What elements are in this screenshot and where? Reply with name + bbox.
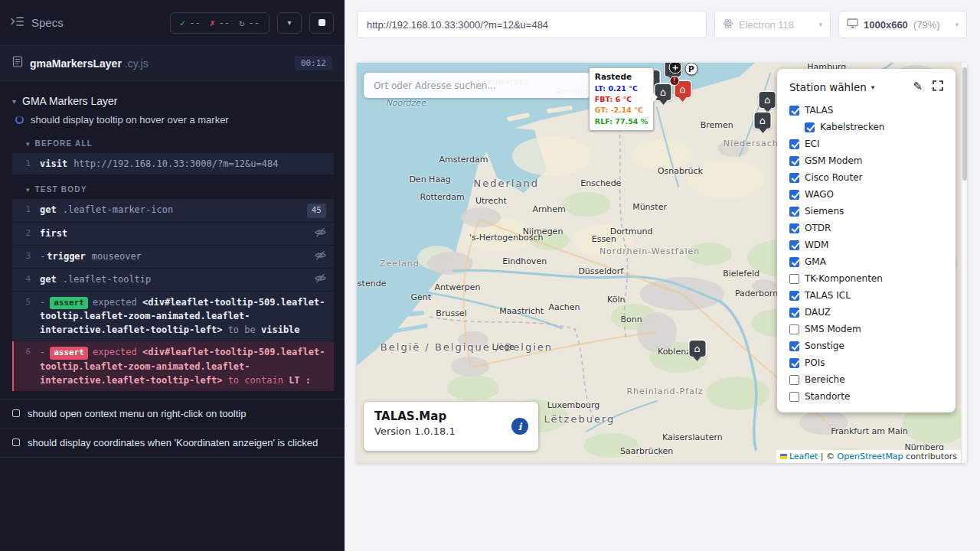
spec-header[interactable]: gmaMarkersLayer .cy.js 00:12 bbox=[0, 46, 345, 81]
command-row-assert[interactable]: 6-assertexpected <div#leaflet-tooltip-50… bbox=[12, 341, 334, 391]
command-row-get[interactable]: 1get.leaflet-marker-icon45 bbox=[12, 199, 334, 222]
checkbox[interactable] bbox=[789, 240, 799, 250]
checkbox[interactable] bbox=[789, 274, 799, 284]
layer-label: TK-Komponenten bbox=[805, 273, 883, 284]
layer-toggle-talas-icl[interactable]: TALAS ICL bbox=[788, 287, 945, 304]
test-body-header[interactable]: ▾ TEST BODY bbox=[0, 179, 345, 197]
command-number: 3 bbox=[14, 249, 40, 264]
station-panel: Station wählen ▾ ✎ TALASKabelstreckenECI… bbox=[777, 69, 956, 412]
checkbox[interactable] bbox=[789, 324, 799, 334]
layer-toggle-standorte[interactable]: Standorte bbox=[788, 388, 945, 405]
checkbox[interactable] bbox=[789, 173, 799, 183]
layer-toggle-cisco-router[interactable]: Cisco Router bbox=[788, 169, 945, 186]
alarm-badge: ! bbox=[670, 77, 678, 85]
layer-label: Bereiche bbox=[805, 374, 845, 385]
layer-label: DAUZ bbox=[805, 307, 831, 318]
info-button[interactable]: i bbox=[511, 418, 528, 435]
command-row-trigger[interactable]: 3-triggermouseover bbox=[12, 246, 334, 268]
layer-toggle-wdm[interactable]: WDM bbox=[788, 236, 945, 253]
layer-toggle-otdr[interactable]: OTDR bbox=[788, 220, 945, 236]
poi-marker-icon[interactable]: P bbox=[684, 63, 697, 76]
layer-toggle-bereiche[interactable]: Bereiche bbox=[788, 371, 945, 388]
running-spinner-icon bbox=[15, 116, 24, 124]
viewport-zoom: (79%) bbox=[913, 19, 940, 31]
checkbox[interactable] bbox=[789, 291, 799, 301]
element-count-badge: 45 bbox=[307, 204, 326, 218]
viewport-select[interactable]: 1000x660 (79%) ▾ bbox=[838, 11, 967, 38]
layer-label: WAGO bbox=[805, 189, 834, 200]
layer-toggle-pois[interactable]: POIs bbox=[788, 354, 945, 371]
command-number: 2 bbox=[14, 227, 40, 241]
command-number: 6 bbox=[14, 345, 40, 387]
before-all-header[interactable]: ▾ BEFORE ALL bbox=[0, 133, 345, 152]
layer-toggle-kabelstrecken[interactable]: Kabelstrecken bbox=[803, 119, 945, 135]
collapse-button[interactable]: ▾ bbox=[277, 12, 302, 34]
checkbox[interactable] bbox=[789, 375, 799, 385]
station-marker-icon[interactable]: ⌂ bbox=[755, 112, 771, 133]
checkbox[interactable] bbox=[789, 207, 799, 217]
checkbox[interactable] bbox=[789, 139, 799, 149]
command-number: 1 bbox=[14, 157, 40, 171]
map-scrollbar bbox=[961, 63, 967, 463]
checkbox[interactable] bbox=[789, 190, 799, 200]
command-text: first bbox=[40, 227, 309, 241]
layer-toggle-gsm-modem[interactable]: GSM Modem bbox=[788, 152, 945, 169]
command-row-get[interactable]: 4get.leaflet-tooltip bbox=[12, 269, 334, 291]
test-body-label: TEST BODY bbox=[35, 185, 87, 194]
scrollbar-thumb[interactable] bbox=[962, 67, 967, 181]
pending-test[interactable]: should display coordinates when 'Koordin… bbox=[0, 429, 345, 458]
checkbox[interactable] bbox=[805, 122, 815, 132]
attribution-separator: | © bbox=[818, 451, 837, 462]
browser-label: Electron 118 bbox=[739, 19, 794, 31]
search-input[interactable] bbox=[364, 80, 591, 91]
leaflet-map[interactable]: NoordzeeHamburgBremenGroningenLeeuwarden… bbox=[357, 63, 967, 463]
command-row-first[interactable]: 2first bbox=[12, 223, 334, 245]
command-row-assert[interactable]: 5-assertexpected <div#leaflet-tooltip-50… bbox=[12, 292, 334, 341]
stat-failed: ✗-- bbox=[210, 18, 230, 28]
suite-title[interactable]: ▾ GMA Markers Layer bbox=[0, 90, 345, 112]
checkbox[interactable] bbox=[789, 308, 799, 318]
alarm-marker-icon[interactable]: ⌂! bbox=[675, 81, 691, 102]
stop-button[interactable] bbox=[309, 12, 334, 34]
pending-test[interactable]: should open context menu on right-click … bbox=[0, 399, 345, 429]
layer-toggle-siemens[interactable]: Siemens bbox=[788, 203, 945, 220]
active-test[interactable]: should display tooltip on hover over a m… bbox=[0, 112, 345, 133]
layer-toggle-sonstige[interactable]: Sonstige bbox=[788, 337, 945, 354]
specs-menu-icon[interactable] bbox=[11, 16, 24, 30]
tooltip-measurement: LT: 0.21 °C bbox=[595, 83, 648, 94]
checkbox[interactable] bbox=[789, 358, 799, 368]
layer-label: ECI bbox=[805, 139, 820, 149]
checkbox[interactable] bbox=[789, 341, 799, 351]
layer-toggle-gma[interactable]: GMA bbox=[788, 253, 945, 270]
layer-toggle-talas[interactable]: TALAS bbox=[788, 102, 945, 119]
edit-pencil-icon[interactable]: ✎ bbox=[913, 81, 923, 93]
checkbox[interactable] bbox=[789, 106, 799, 116]
layer-toggle-tk-komponenten[interactable]: TK-Komponenten bbox=[788, 270, 945, 287]
layer-toggle-wago[interactable]: WAGO bbox=[788, 186, 945, 203]
station-marker-icon[interactable]: ⌂ bbox=[689, 341, 705, 361]
checkbox[interactable] bbox=[789, 223, 799, 233]
layer-label: OTDR bbox=[805, 223, 831, 233]
checkbox[interactable] bbox=[789, 156, 799, 166]
station-select[interactable]: Station wählen bbox=[789, 81, 867, 93]
stop-icon bbox=[318, 19, 325, 26]
command-text: visithttp://192.168.10.33:3000/?m=12&u=4… bbox=[40, 157, 326, 171]
layer-label: SMS Modem bbox=[805, 324, 861, 334]
browser-select[interactable]: Electron 118 ▾ bbox=[714, 11, 831, 38]
layer-toggle-eci[interactable]: ECI bbox=[788, 135, 945, 152]
aut-toolbar: http://192.168.10.33:3000/?m=12&u=484 El… bbox=[357, 11, 967, 38]
command-row-visit[interactable]: 1visithttp://192.168.10.33:3000/?m=12&u=… bbox=[12, 153, 334, 174]
checkbox[interactable] bbox=[789, 392, 799, 402]
station-marker-icon[interactable]: ⌂ bbox=[760, 92, 776, 112]
layer-toggle-sms-modem[interactable]: SMS Modem bbox=[788, 321, 945, 337]
url-bar[interactable]: http://192.168.10.33:3000/?m=12&u=484 bbox=[357, 11, 707, 38]
layer-toggle-dauz[interactable]: DAUZ bbox=[788, 304, 945, 321]
expand-icon[interactable] bbox=[933, 80, 943, 94]
leaflet-link[interactable]: Leaflet bbox=[789, 451, 818, 462]
tooltip-measurement: RLF: 77.54 % bbox=[595, 116, 648, 127]
checkbox[interactable] bbox=[789, 257, 799, 267]
marker-tooltip[interactable]: Rastede LT: 0.21 °CFBT: 6 °CGT: -2.14 °C… bbox=[589, 67, 654, 131]
stat-pending: ↻-- bbox=[239, 18, 260, 28]
attribution-tail: contributors bbox=[903, 451, 957, 462]
openstreetmap-link[interactable]: OpenStreetMap bbox=[838, 451, 903, 462]
